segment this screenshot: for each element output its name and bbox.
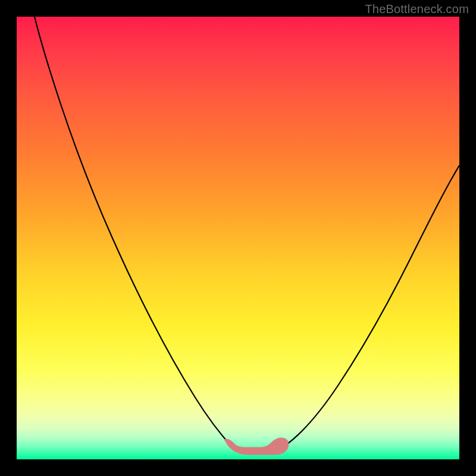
left-curve [35, 17, 232, 447]
curves-svg [17, 17, 459, 459]
plot-area [17, 17, 459, 459]
right-curve [283, 165, 459, 447]
bottom-blob [224, 438, 289, 455]
chart-frame: TheBottleneck.com [0, 0, 476, 476]
watermark-text: TheBottleneck.com [365, 2, 469, 16]
